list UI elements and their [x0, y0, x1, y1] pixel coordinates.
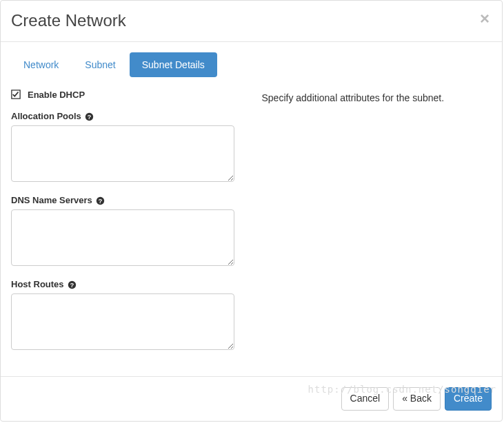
- tab-subnet[interactable]: Subnet: [72, 52, 128, 77]
- allocation-pools-label-text: Allocation Pools: [11, 111, 81, 121]
- modal-footer: Cancel « Back Create: [1, 376, 502, 421]
- left-column: Enable DHCP Allocation Pools ? DNS Name …: [11, 90, 252, 363]
- cancel-button[interactable]: Cancel: [341, 387, 390, 411]
- svg-text:?: ?: [70, 282, 74, 289]
- enable-dhcp-row: Enable DHCP: [11, 90, 234, 100]
- back-button[interactable]: « Back: [393, 387, 441, 411]
- allocation-pools-input[interactable]: [11, 125, 234, 182]
- description-text: Specify additional attributes for the su…: [262, 91, 492, 105]
- dns-name-servers-input[interactable]: [11, 209, 234, 266]
- host-routes-group: Host Routes ?: [11, 279, 234, 352]
- host-routes-label: Host Routes ?: [11, 279, 234, 289]
- tabs: Network Subnet Subnet Details: [11, 52, 492, 77]
- host-routes-label-text: Host Routes: [11, 279, 64, 289]
- dns-name-servers-group: DNS Name Servers ?: [11, 195, 234, 268]
- right-column: Specify additional attributes for the su…: [252, 90, 492, 363]
- tab-network[interactable]: Network: [11, 52, 71, 77]
- modal-header: Create Network ×: [1, 1, 502, 42]
- allocation-pools-group: Allocation Pools ?: [11, 111, 234, 184]
- modal: Create Network × Network Subnet Subnet D…: [0, 0, 503, 422]
- enable-dhcp-label: Enable DHCP: [28, 90, 85, 100]
- svg-text:?: ?: [88, 114, 91, 121]
- modal-body: Network Subnet Subnet Details Enable DHC…: [1, 42, 502, 376]
- svg-text:?: ?: [99, 198, 102, 205]
- page-title: Create Network: [11, 11, 492, 31]
- close-button[interactable]: ×: [480, 10, 490, 27]
- allocation-pools-label: Allocation Pools ?: [11, 111, 234, 121]
- host-routes-input[interactable]: [11, 293, 234, 350]
- form-area: Enable DHCP Allocation Pools ? DNS Name …: [11, 90, 492, 363]
- tab-subnet-details[interactable]: Subnet Details: [130, 52, 217, 77]
- checkbox-checked-icon[interactable]: [11, 90, 21, 99]
- dns-name-servers-label-text: DNS Name Servers: [11, 195, 92, 205]
- help-icon[interactable]: ?: [96, 196, 105, 205]
- create-button[interactable]: Create: [445, 387, 492, 411]
- dns-name-servers-label: DNS Name Servers ?: [11, 195, 234, 205]
- help-icon[interactable]: ?: [85, 112, 94, 121]
- help-icon[interactable]: ?: [68, 280, 77, 289]
